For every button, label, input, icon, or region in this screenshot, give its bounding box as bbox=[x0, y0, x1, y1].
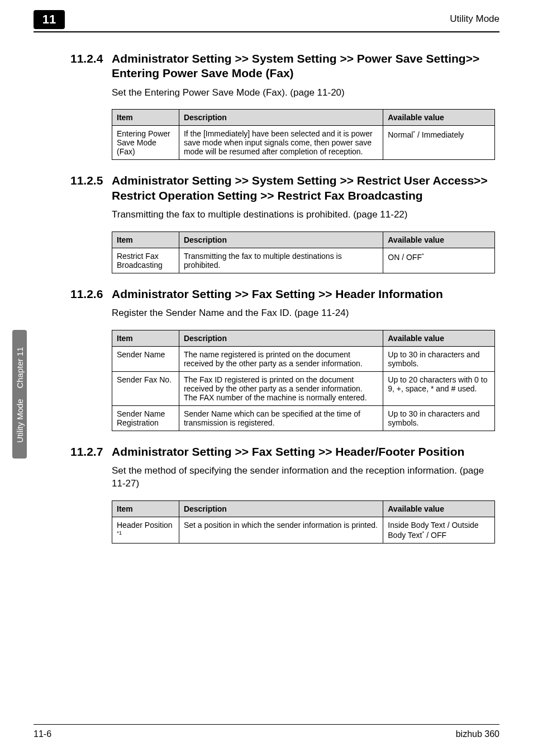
side-tab-chapter: Chapter 11 bbox=[15, 347, 25, 388]
table-row: Sender Name The name registered is print… bbox=[112, 347, 495, 372]
th-item: Item bbox=[112, 501, 179, 517]
table-row: Restrict Fax Broadcasting Transmitting t… bbox=[112, 248, 495, 273]
th-available: Available value bbox=[383, 231, 495, 248]
section-heading-11-2-4: 11.2.4 Administrator Setting >> System S… bbox=[70, 51, 495, 81]
section-title: Administrator Setting >> Fax Setting >> … bbox=[112, 445, 495, 459]
section-body: Set the Entering Power Save Mode (Fax). … bbox=[112, 87, 495, 100]
cell-item: Sender Name bbox=[112, 347, 179, 372]
header-rule bbox=[34, 31, 499, 32]
cell-item: Sender Name Registration bbox=[112, 406, 179, 431]
section-body: Transmitting the fax to multiple destina… bbox=[112, 209, 495, 221]
cell-desc: The Fax ID registered is printed on the … bbox=[179, 372, 383, 406]
section-heading-11-2-6: 11.2.6 Administrator Setting >> Fax Sett… bbox=[70, 287, 495, 301]
th-description: Description bbox=[179, 501, 383, 517]
section-number: 11.2.5 bbox=[70, 173, 112, 188]
cell-avail: Up to 30 in characters and symbols. bbox=[383, 406, 495, 431]
spec-table-11-2-7: Item Description Available value Header … bbox=[112, 500, 495, 544]
th-item: Item bbox=[112, 231, 179, 248]
cell-desc: If the [Immediately] have been selected … bbox=[179, 126, 383, 160]
product-name: bizhub 360 bbox=[456, 729, 499, 739]
th-available: Available value bbox=[383, 501, 495, 517]
th-description: Description bbox=[179, 330, 383, 347]
th-item: Item bbox=[112, 110, 179, 126]
table-row: Sender Name Registration Sender Name whi… bbox=[112, 406, 495, 431]
th-item: Item bbox=[112, 330, 179, 347]
section-heading-11-2-7: 11.2.7 Administrator Setting >> Fax Sett… bbox=[70, 445, 495, 459]
cell-desc: The name registered is printed on the do… bbox=[179, 347, 383, 372]
side-tab-mode: Utility Mode bbox=[15, 399, 25, 442]
spec-table-11-2-5: Item Description Available value Restric… bbox=[112, 231, 495, 273]
section-heading-11-2-5: 11.2.5 Administrator Setting >> System S… bbox=[70, 173, 495, 203]
content-area: 11.2.4 Administrator Setting >> System S… bbox=[70, 51, 495, 544]
spec-table-11-2-4: Item Description Available value Enterin… bbox=[112, 109, 495, 160]
section-body: Set the method of specifying the sender … bbox=[112, 465, 495, 490]
section-number: 11.2.6 bbox=[70, 287, 112, 301]
header-section-name: Utility Mode bbox=[450, 13, 499, 25]
section-number: 11.2.7 bbox=[70, 445, 112, 459]
cell-item: Entering Power Save Mode (Fax) bbox=[112, 126, 179, 160]
cell-item: Header Position *1 bbox=[112, 517, 179, 544]
spec-table-11-2-6: Item Description Available value Sender … bbox=[112, 330, 495, 431]
footer-rule bbox=[34, 724, 499, 725]
section-title: Administrator Setting >> System Setting … bbox=[112, 173, 495, 203]
cell-avail: ON / OFF* bbox=[383, 248, 495, 273]
section-title: Administrator Setting >> System Setting … bbox=[112, 51, 495, 81]
cell-avail: Up to 20 characters with 0 to 9, +, spac… bbox=[383, 372, 495, 406]
cell-avail: Normal* / Immediately bbox=[383, 126, 495, 160]
chapter-tab: 11 bbox=[34, 10, 65, 29]
cell-avail: Inside Body Text / Outside Body Text* / … bbox=[383, 517, 495, 544]
cell-desc: Sender Name which can be specified at th… bbox=[179, 406, 383, 431]
th-description: Description bbox=[179, 231, 383, 248]
table-row: Header Position *1 Set a position in whi… bbox=[112, 517, 495, 544]
table-row: Entering Power Save Mode (Fax) If the [I… bbox=[112, 126, 495, 160]
section-number: 11.2.4 bbox=[70, 51, 112, 66]
table-row: Sender Fax No. The Fax ID registered is … bbox=[112, 372, 495, 406]
page-number: 11-6 bbox=[34, 729, 51, 739]
cell-desc: Transmitting the fax to multiple destina… bbox=[179, 248, 383, 273]
section-title: Administrator Setting >> Fax Setting >> … bbox=[112, 287, 495, 301]
side-chapter-tab: Chapter 11 Utility Mode bbox=[12, 330, 27, 459]
cell-desc: Set a position in which the sender infor… bbox=[179, 517, 383, 544]
cell-item: Sender Fax No. bbox=[112, 372, 179, 406]
th-description: Description bbox=[179, 110, 383, 126]
th-available: Available value bbox=[383, 110, 495, 126]
cell-item: Restrict Fax Broadcasting bbox=[112, 248, 179, 273]
th-available: Available value bbox=[383, 330, 495, 347]
cell-avail: Up to 30 in characters and symbols. bbox=[383, 347, 495, 372]
section-body: Register the Sender Name and the Fax ID.… bbox=[112, 307, 495, 320]
